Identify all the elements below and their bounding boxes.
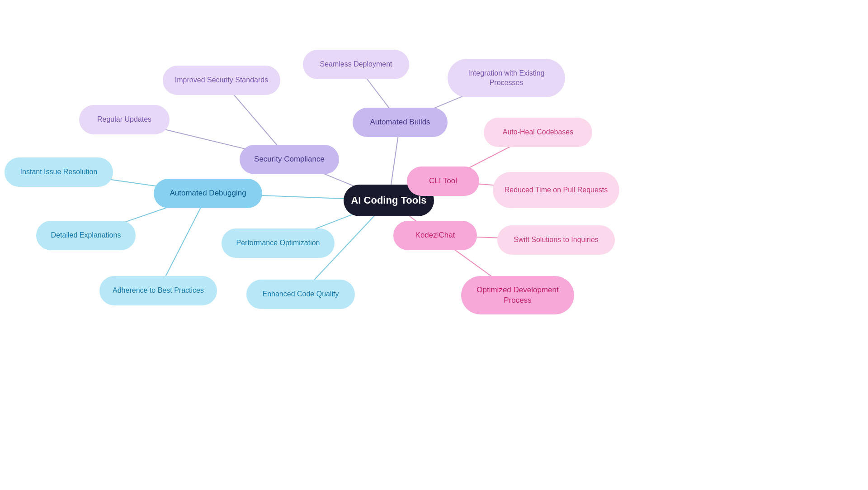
svg-line-13 [443, 133, 538, 181]
svg-line-2 [124, 120, 289, 160]
svg-line-4 [59, 172, 208, 194]
svg-line-16 [435, 236, 557, 240]
svg-line-15 [389, 200, 435, 236]
svg-line-12 [389, 181, 443, 201]
svg-line-1 [222, 81, 289, 160]
mindmap-canvas [0, 0, 868, 490]
svg-line-17 [435, 236, 518, 295]
svg-line-3 [208, 194, 389, 201]
svg-line-11 [400, 78, 506, 123]
svg-line-7 [278, 200, 389, 243]
svg-line-9 [389, 123, 400, 201]
svg-line-0 [289, 160, 389, 201]
svg-line-14 [443, 181, 556, 190]
svg-line-10 [356, 65, 401, 123]
svg-line-8 [301, 200, 389, 295]
